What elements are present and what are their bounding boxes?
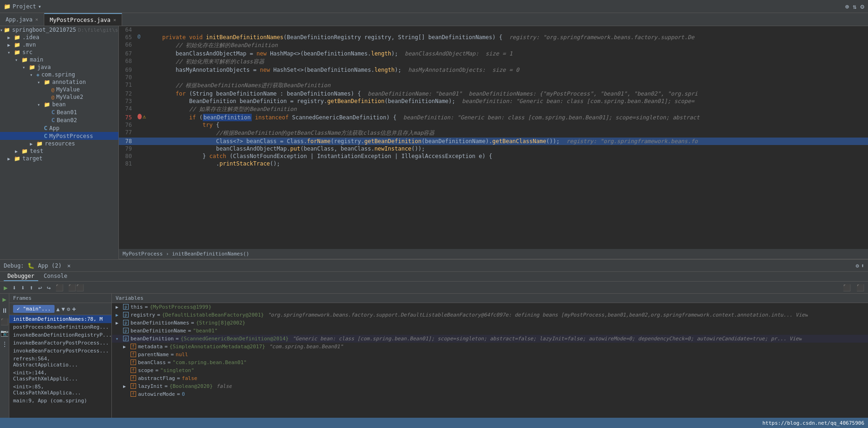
sidebar-item-myvalue[interactable]: ▶ @ MyValue	[0, 86, 118, 93]
frame-item-0[interactable]: initBeanDefinitionNames:78, M	[9, 315, 111, 323]
var-bdn2-icon: p	[123, 328, 129, 333]
debug-btn-mute[interactable]: ⬛⬛	[66, 283, 86, 292]
var-beandefinition[interactable]: ▾ p beanDefinition = {ScannedGenericBean…	[112, 335, 868, 343]
sidebar-item-java[interactable]: ▾ 📁 java	[0, 63, 118, 71]
var-abstractflag[interactable]: ▶ f abstractFlag = false	[112, 374, 868, 382]
sidebar-item-annotation[interactable]: ▾ 📁 annotation	[0, 78, 118, 86]
debug-close-icon[interactable]: ✕	[67, 262, 70, 269]
frames-header: Frames	[9, 294, 111, 303]
var-beanclass[interactable]: ▶ f beanClass = "com.spring.bean.Bean01"	[112, 359, 868, 366]
frame-item-1[interactable]: postProcessBeanDefinitionReg...	[9, 323, 111, 331]
debug-btn-rerun[interactable]: ↩	[36, 283, 44, 292]
sidebar-item-mypostprocess[interactable]: ▶ C MyPostProcess	[0, 132, 118, 140]
tab-app-java-close[interactable]: ✕	[35, 17, 38, 22]
code-editor[interactable]: 64 65 @ private void initBeanDefinitionN…	[119, 26, 868, 249]
top-icon-3[interactable]: ⚙	[861, 3, 864, 10]
var-autowiremode[interactable]: ▶ f autowireMode = 0	[112, 390, 868, 398]
var-lazyinit[interactable]: ▶ f lazyInit = {Boolean@2020} false	[112, 382, 868, 390]
side-pause-icon[interactable]: ⏸	[1, 307, 8, 314]
sidebar-root[interactable]: ▾ 📁 springboot_20210725 D:\file\git\spri…	[0, 26, 118, 34]
lc-65: private void initBeanDefinitionNames(Bea…	[147, 34, 868, 41]
root-folder-icon: 📁	[4, 27, 10, 33]
frame-label-8: main:9, App (com.spring)	[13, 398, 87, 404]
debug-settings-icon[interactable]: ⚙	[856, 262, 859, 269]
debug-side-btn-1[interactable]: ⬛	[841, 283, 853, 292]
side-play-icon[interactable]: ▶	[2, 296, 6, 303]
top-icon-1[interactable]: ⊕	[845, 3, 849, 10]
var-beandefinitionnames[interactable]: ▶ p beanDefinitionNames = {String[8]@200…	[112, 319, 868, 327]
root-label: springboot_20210725	[12, 27, 76, 33]
thread-up-icon[interactable]: ▲	[56, 306, 60, 312]
tab-app-java[interactable]: App.java ✕	[0, 13, 44, 26]
debug-tab-debugger[interactable]: Debugger	[4, 272, 38, 281]
var-am-eq: =	[177, 391, 180, 397]
lc-75: if (beanDefinition instanceof ScannedGen…	[147, 114, 868, 121]
frame-item-8[interactable]: main:9, App (com.spring)	[9, 397, 111, 405]
side-camera-icon[interactable]: 📷	[0, 329, 8, 337]
frame-item-2[interactable]: invokeBeanDefinitionRegistryP...	[9, 331, 111, 339]
ln-70: 70	[119, 74, 138, 81]
thread-add-icon[interactable]: +	[72, 305, 76, 313]
sidebar-item-main[interactable]: ▾ 📁 main	[0, 56, 118, 63]
code-line-78: 78 Class<?> beanClass = Class.forName(re…	[119, 138, 868, 145]
debug-expand-icon[interactable]: ⬆	[861, 262, 864, 269]
gutter-77	[138, 129, 147, 138]
frame-label-2: invokeBeanDefinitionRegistryP...	[13, 332, 111, 338]
var-registry-hint: "org.springframework.beans.factory.suppo…	[268, 312, 808, 318]
frame-item-6[interactable]: <init>:144, ClassPathXmlApplic...	[9, 369, 111, 383]
debug-tab-console[interactable]: Console	[40, 272, 71, 281]
debug-btn-step-out[interactable]: ⬆	[28, 283, 35, 292]
sidebar-item-myvalue2[interactable]: ▶ @ MyValue2	[0, 93, 118, 101]
var-this[interactable]: ▶ p this = {MyPostProcess@1999}	[112, 303, 868, 311]
tab-mypostprocess-java-label: MyPostProcess.java	[50, 17, 110, 23]
app-label: App	[49, 125, 60, 131]
sidebar-item-target[interactable]: ▶ 📁 target	[0, 155, 118, 162]
sidebar-item-app[interactable]: ▶ C App	[0, 124, 118, 132]
var-metadata[interactable]: ▶ f metadata = {SimpleAnnotationMetadata…	[112, 343, 868, 351]
sidebar-item-bean01[interactable]: ▶ C Bean01	[0, 108, 118, 116]
src-arrow: ▾	[7, 50, 13, 55]
debug-btn-alt[interactable]: ↪	[45, 283, 52, 292]
side-stop-icon[interactable]: ⬛	[0, 318, 8, 325]
thread-down-icon[interactable]: ▼	[62, 306, 65, 312]
sidebar-item-mvn[interactable]: ▶ 📁 .mvn	[0, 41, 118, 48]
sidebar-item-bean[interactable]: ▾ 📁 bean	[0, 101, 118, 108]
side-more-icon[interactable]: ⋮	[1, 340, 8, 348]
frame-item-7[interactable]: <init>:85, ClassPathXmlApplica...	[9, 383, 111, 397]
var-scope-name: scope	[138, 367, 153, 373]
frame-item-3[interactable]: invokeBeanFactoryPostProcess...	[9, 339, 111, 347]
frame-item-5[interactable]: refresh:564, AbstractApplicatio...	[9, 355, 111, 369]
var-bd-icon: p	[123, 336, 129, 341]
var-scope[interactable]: ▶ f scope = "singleton"	[112, 366, 868, 374]
var-bdn2-eq: =	[188, 328, 191, 334]
project-btn[interactable]: 📁 Project ▾	[4, 3, 41, 10]
code-line-75: 75 ⚠ if (beanDefinition instanceof Scann…	[119, 114, 868, 121]
debug-btn-step-over[interactable]: ⬇	[10, 283, 18, 292]
var-registry[interactable]: ▶ p registry = {DefaultListableBeanFacto…	[112, 311, 868, 319]
test-label: test	[30, 148, 43, 154]
thread-filter-icon[interactable]: ⚙	[67, 306, 70, 312]
sidebar-item-comspring[interactable]: ▾ ◈ com.spring	[0, 71, 118, 78]
lc-77: //根据BeanDefinition的getBeanClassName方法获取c…	[147, 129, 868, 138]
main-label: main	[30, 56, 43, 63]
thread-btn[interactable]: ✓ "main"...	[13, 305, 55, 313]
debug-side-btn-2[interactable]: ⬛	[854, 283, 866, 292]
sidebar-item-bean02[interactable]: ▶ C Bean02	[0, 116, 118, 124]
top-icon-2[interactable]: ⇅	[853, 3, 856, 10]
var-beandefinitionname[interactable]: ▶ p beanDefinitionName = "bean01"	[112, 327, 868, 335]
sidebar-item-idea[interactable]: ▶ 📁 .idea	[0, 34, 118, 41]
tabs-bar: App.java ✕ MyPostProcess.java ✕	[0, 13, 868, 26]
target-label: target	[22, 155, 42, 162]
var-parentname[interactable]: ▶ f parentName = null	[112, 351, 868, 359]
frame-item-4[interactable]: invokeBeanFactoryPostProcess...	[9, 347, 111, 355]
debug-btn-step-into[interactable]: ⬇	[19, 283, 27, 292]
sidebar-item-resources[interactable]: ▶ 📁 resources	[0, 140, 118, 147]
debug-btn-stop[interactable]: ⬛	[54, 283, 65, 292]
frame-label-5: refresh:564, AbstractApplicatio...	[13, 356, 78, 368]
tab-mypostprocess-java-close[interactable]: ✕	[113, 17, 116, 22]
sidebar-item-src[interactable]: ▾ 📁 src	[0, 48, 118, 56]
debug-btn-resume[interactable]: ▶	[2, 283, 9, 292]
tab-mypostprocess-java[interactable]: MyPostProcess.java ✕	[44, 13, 122, 26]
debug-app-label[interactable]: 🐛 App (2)	[28, 262, 62, 269]
sidebar-item-test[interactable]: ▶ 📁 test	[0, 147, 118, 155]
